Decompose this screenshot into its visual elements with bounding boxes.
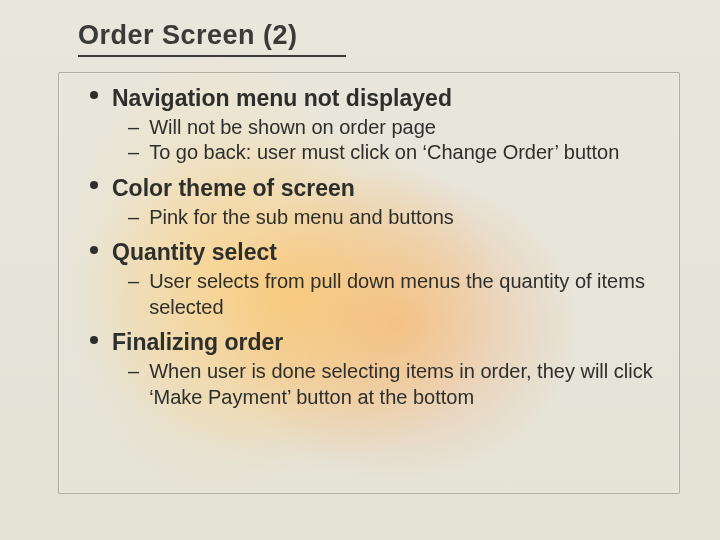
dash-icon: – xyxy=(128,359,139,385)
sub-item: – User selects from pull down menus the … xyxy=(128,269,660,320)
slide: Order Screen (2) Navigation menu not dis… xyxy=(0,0,720,540)
dash-icon: – xyxy=(128,205,139,231)
bullet-item: Quantity select – User selects from pull… xyxy=(90,238,660,320)
sub-list: – Will not be shown on order page – To g… xyxy=(90,115,660,166)
bullet-list: Navigation menu not displayed – Will not… xyxy=(90,84,660,410)
bullet-heading-row: Color theme of screen xyxy=(90,174,660,203)
slide-title: Order Screen (2) xyxy=(78,20,298,51)
title-underline xyxy=(78,55,346,57)
bullet-dot-icon xyxy=(90,246,98,254)
sub-item: – Will not be shown on order page xyxy=(128,115,660,141)
sub-list: – When user is done selecting items in o… xyxy=(90,359,660,410)
bullet-item: Color theme of screen – Pink for the sub… xyxy=(90,174,660,230)
sub-list: – User selects from pull down menus the … xyxy=(90,269,660,320)
bullet-dot-icon xyxy=(90,336,98,344)
bullet-heading: Quantity select xyxy=(112,238,277,267)
bullet-heading-row: Finalizing order xyxy=(90,328,660,357)
bullet-heading: Finalizing order xyxy=(112,328,283,357)
bullet-heading-row: Quantity select xyxy=(90,238,660,267)
slide-content: Navigation menu not displayed – Will not… xyxy=(90,84,660,418)
dash-icon: – xyxy=(128,115,139,141)
sub-item: – Pink for the sub menu and buttons xyxy=(128,205,660,231)
sub-item: – To go back: user must click on ‘Change… xyxy=(128,140,660,166)
dash-icon: – xyxy=(128,269,139,295)
bullet-dot-icon xyxy=(90,91,98,99)
sub-text: Pink for the sub menu and buttons xyxy=(149,205,660,231)
bullet-heading-row: Navigation menu not displayed xyxy=(90,84,660,113)
bullet-item: Navigation menu not displayed – Will not… xyxy=(90,84,660,166)
sub-item: – When user is done selecting items in o… xyxy=(128,359,660,410)
bullet-heading: Color theme of screen xyxy=(112,174,355,203)
bullet-item: Finalizing order – When user is done sel… xyxy=(90,328,660,410)
sub-list: – Pink for the sub menu and buttons xyxy=(90,205,660,231)
dash-icon: – xyxy=(128,140,139,166)
bullet-heading: Navigation menu not displayed xyxy=(112,84,452,113)
sub-text: When user is done selecting items in ord… xyxy=(149,359,660,410)
bullet-dot-icon xyxy=(90,181,98,189)
sub-text: User selects from pull down menus the qu… xyxy=(149,269,660,320)
sub-text: Will not be shown on order page xyxy=(149,115,660,141)
sub-text: To go back: user must click on ‘Change O… xyxy=(149,140,660,166)
